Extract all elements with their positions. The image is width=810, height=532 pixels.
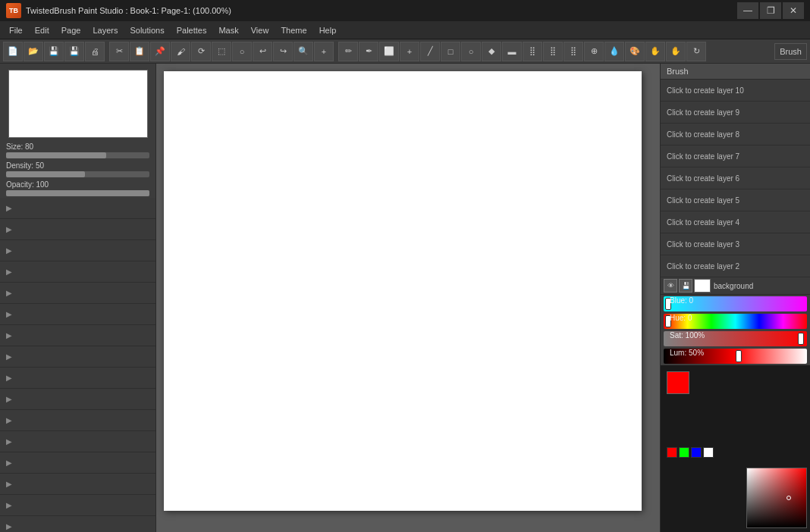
menu-item-file[interactable]: File xyxy=(3,22,29,39)
toolbar-pattern[interactable]: ⣿ xyxy=(523,42,542,61)
color-picker-area[interactable] xyxy=(661,464,810,532)
toolbar-fill[interactable]: ◆ xyxy=(482,42,501,61)
title-bar-controls[interactable]: — ❐ ✕ xyxy=(737,2,804,19)
toolbar-move[interactable]: ✋ xyxy=(645,42,665,61)
brush-item-0[interactable]: ▶ xyxy=(0,198,155,219)
brush-item-15[interactable]: ▶ xyxy=(0,516,155,532)
toolbar-zoom-in[interactable]: + xyxy=(314,42,334,61)
size-label: Size: 80 xyxy=(6,142,33,151)
layer-item-6[interactable]: Click to create layer 4 xyxy=(661,211,810,233)
brush-item-7[interactable]: ▶ xyxy=(0,346,155,368)
palette-green[interactable] xyxy=(679,447,689,458)
brush-item-5[interactable]: ▶ xyxy=(0,304,155,325)
menu-item-theme[interactable]: Theme xyxy=(275,22,312,39)
minimize-button[interactable]: — xyxy=(737,2,758,19)
layer-color-swatch[interactable] xyxy=(694,279,711,293)
brush-item-8[interactable]: ▶ xyxy=(0,368,155,389)
toolbar-save[interactable]: 💾 xyxy=(44,42,64,61)
arrow-icon: ▶ xyxy=(6,310,12,318)
toolbar-zoom[interactable]: 🔍 xyxy=(294,42,313,61)
layer-item-1[interactable]: Click to create layer 9 xyxy=(661,102,810,124)
toolbar-select[interactable]: ⬚ xyxy=(212,42,231,61)
brush-item-14[interactable]: ▶ xyxy=(0,495,155,516)
toolbar-dropper[interactable]: 💧 xyxy=(604,42,624,61)
toolbar-copy[interactable]: 📋 xyxy=(130,42,149,61)
toolbar-save-as[interactable]: 💾 xyxy=(64,42,84,61)
toolbar-brush[interactable]: 🖌 xyxy=(171,42,190,61)
brush-item-12[interactable]: ▶ xyxy=(0,452,155,474)
toolbar-ellipse[interactable]: ○ xyxy=(461,42,481,61)
layer-item-8[interactable]: Click to create layer 2 xyxy=(661,255,810,277)
eye-icon[interactable]: 👁 xyxy=(664,279,677,293)
toolbar-print[interactable]: 🖨 xyxy=(85,42,105,61)
arrow-icon: ▶ xyxy=(6,522,12,530)
brush-item-1[interactable]: ▶ xyxy=(0,219,155,240)
toolbar-pen[interactable]: ✏ xyxy=(338,42,358,61)
toolbar-eraser[interactable]: ⬜ xyxy=(379,42,399,61)
menu-item-layers[interactable]: Layers xyxy=(86,22,124,39)
toolbar-crosshair[interactable]: + xyxy=(400,42,419,61)
layer-item-0[interactable]: Click to create layer 10 xyxy=(661,80,810,102)
hue-thumb[interactable] xyxy=(665,315,671,327)
toolbar-smudge[interactable]: ⣿ xyxy=(564,42,583,61)
toolbar-gradient[interactable]: ▬ xyxy=(502,42,522,61)
lum-thumb[interactable] xyxy=(736,350,742,362)
toolbar-color-pick[interactable]: 🎨 xyxy=(625,42,645,61)
toolbar-new[interactable]: 📄 xyxy=(3,42,23,61)
menu-item-help[interactable]: Help xyxy=(313,22,343,39)
menu-item-palettes[interactable]: Palettes xyxy=(171,22,213,39)
layer-item-5[interactable]: Click to create layer 5 xyxy=(661,189,810,211)
brush-item-13[interactable]: ▶ xyxy=(0,474,155,495)
toolbar-pattern2[interactable]: ⣿ xyxy=(543,42,563,61)
brush-item-2[interactable]: ▶ xyxy=(0,240,155,261)
main-color-swatch[interactable] xyxy=(667,371,689,394)
menu-item-page[interactable]: Page xyxy=(55,22,87,39)
blue-thumb[interactable] xyxy=(665,298,671,310)
toolbar-rotate[interactable]: ↻ xyxy=(686,42,706,61)
canvas-area[interactable] xyxy=(156,64,660,532)
menu-item-edit[interactable]: Edit xyxy=(29,22,55,39)
toolbar-pencil[interactable]: ✒ xyxy=(359,42,378,61)
toolbar-clone[interactable]: ⊕ xyxy=(584,42,604,61)
palette-blue[interactable] xyxy=(691,447,702,458)
palette-white[interactable] xyxy=(703,447,714,458)
sat-thumb[interactable] xyxy=(798,333,804,345)
background-layer-label: background xyxy=(714,282,753,290)
close-button[interactable]: ✕ xyxy=(783,2,804,19)
lum-slider-bg[interactable]: Lum: 50% xyxy=(664,349,807,364)
toolbar-rect[interactable]: □ xyxy=(441,42,460,61)
layer-item-3[interactable]: Click to create layer 7 xyxy=(661,146,810,167)
menu-item-solutions[interactable]: Solutions xyxy=(124,22,170,39)
brush-item-3[interactable]: ▶ xyxy=(0,261,155,283)
opacity-track[interactable] xyxy=(6,190,149,196)
menu-item-view[interactable]: View xyxy=(245,22,275,39)
toolbar-redo[interactable]: ↪ xyxy=(273,42,293,61)
blue-slider-bg[interactable]: Blue: 0 xyxy=(664,296,807,311)
toolbar-open[interactable]: 📂 xyxy=(24,42,43,61)
toolbar-paste[interactable]: 📌 xyxy=(150,42,170,61)
brush-item-6[interactable]: ▶ xyxy=(0,325,155,346)
drawing-canvas[interactable] xyxy=(164,71,642,511)
layer-save-icon[interactable]: 💾 xyxy=(679,279,692,293)
toolbar-lasso[interactable]: ○ xyxy=(232,42,252,61)
layer-item-2[interactable]: Click to create layer 8 xyxy=(661,124,810,146)
toolbar-cut[interactable]: ✂ xyxy=(109,42,129,61)
maximize-button[interactable]: ❐ xyxy=(760,2,781,19)
size-track[interactable] xyxy=(6,152,149,158)
toolbar-hand[interactable]: ✋ xyxy=(666,42,686,61)
color-picker-square[interactable] xyxy=(746,468,807,528)
brush-item-10[interactable]: ▶ xyxy=(0,410,155,431)
palette-red[interactable] xyxy=(667,447,677,458)
menu-item-mask[interactable]: Mask xyxy=(212,22,244,39)
toolbar-transform[interactable]: ⟳ xyxy=(191,42,211,61)
toolbar-line[interactable]: ╱ xyxy=(420,42,440,61)
layer-item-4[interactable]: Click to create layer 6 xyxy=(661,167,810,189)
toolbar-undo[interactable]: ↩ xyxy=(253,42,272,61)
brush-item-4[interactable]: ▶ xyxy=(0,283,155,304)
brush-item-11[interactable]: ▶ xyxy=(0,431,155,452)
brush-item-9[interactable]: ▶ xyxy=(0,389,155,410)
hue-slider-bg[interactable]: Hue: 0 xyxy=(664,314,807,329)
layer-item-7[interactable]: Click to create layer 3 xyxy=(661,233,810,255)
sat-slider-bg[interactable]: Sat: 100% xyxy=(664,331,807,346)
density-track[interactable] xyxy=(6,171,149,177)
